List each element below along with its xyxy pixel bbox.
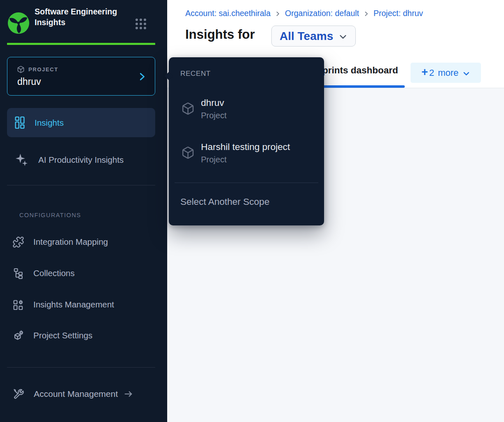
chevron-right-icon [138, 72, 147, 81]
sidebar-item-label: Integration Mapping [33, 237, 108, 247]
scope-item-type: Project [201, 111, 226, 120]
dropdown-divider [175, 183, 318, 183]
tools-icon [12, 388, 25, 400]
app-title: Software Engineering Insights [35, 7, 121, 28]
project-cube-icon [181, 102, 195, 115]
scope-item-name: Harshil testing project [201, 142, 290, 152]
app-logo-row: Software Engineering Insights [7, 6, 160, 41]
sparkles-icon [15, 153, 28, 166]
sidebar-item-label: Insights [35, 118, 64, 128]
sidebar-item-integration-mapping[interactable]: Integration Mapping [7, 230, 155, 253]
plus-icon: + [421, 66, 428, 79]
sidebar-item-label: AI Productivity Insights [38, 155, 124, 165]
sidebar-item-collections[interactable]: Collections [7, 262, 155, 285]
configurations-section-label: CONFIGURATIONS [19, 212, 81, 218]
scope-item-harshil-testing-project[interactable]: Harshil testing project Project [169, 138, 324, 174]
scope-item-dhruv[interactable]: dhruv Project [169, 94, 324, 130]
sidebar-item-label: Project Settings [33, 331, 93, 340]
sidebar-item-project-settings[interactable]: Project Settings [7, 324, 155, 347]
more-tabs-button[interactable]: + 2 more [411, 63, 481, 83]
chevron-down-icon [338, 32, 348, 41]
scope-item-type: Project [201, 155, 226, 164]
sidebar-divider [7, 367, 155, 368]
project-selector-value: dhruv [17, 76, 41, 87]
tab-sprints-dashboard[interactable]: Sprints dashboard [316, 65, 398, 76]
project-scope-selector[interactable]: PROJECT dhruv [7, 57, 155, 96]
project-settings-icon [12, 330, 24, 342]
sidebar-item-insights[interactable]: Insights [7, 108, 155, 137]
app-window: Software Engineering Insights PROJECT [0, 0, 504, 422]
chevron-down-icon [462, 70, 470, 77]
arrow-right-icon [123, 389, 135, 399]
propelo-logo-icon [7, 12, 30, 34]
sidebar-item-ai-productivity[interactable]: AI Productivity Insights [7, 145, 155, 174]
sidebar: Software Engineering Insights PROJECT [0, 0, 167, 422]
apps-grid-icon[interactable] [134, 17, 147, 30]
team-selector-value: All Teams [280, 30, 333, 43]
team-selector-button[interactable]: All Teams [271, 26, 356, 47]
project-cube-icon [17, 66, 25, 73]
collections-tree-icon [12, 267, 24, 279]
scope-item-name: dhruv [201, 98, 224, 108]
sidebar-divider [7, 185, 155, 185]
more-tabs-label: more [438, 68, 458, 78]
scope-dropdown-panel: RECENT dhruv Project Harshil testing pro… [169, 57, 324, 225]
puzzle-icon [12, 236, 24, 248]
breadcrumb: Account: sai.cheethirala Organization: d… [185, 9, 423, 18]
active-tab-underline [315, 85, 405, 88]
chevron-right-icon [364, 11, 369, 16]
project-cube-icon [181, 146, 195, 159]
breadcrumb-organization-link[interactable]: Organization: default [285, 9, 359, 18]
sidebar-item-label: Insights Management [33, 300, 114, 309]
recent-section-label: RECENT [180, 70, 211, 78]
sidebar-item-insights-management[interactable]: Insights Management [7, 293, 155, 316]
brand-accent-bar [7, 43, 155, 45]
breadcrumb-account-link[interactable]: Account: sai.cheethirala [185, 9, 271, 18]
project-selector-label: PROJECT [28, 66, 58, 73]
page-title: Insights for [185, 27, 255, 42]
breadcrumb-project-link[interactable]: Project: dhruv [373, 9, 423, 18]
sidebar-item-label: Collections [33, 268, 75, 278]
sidebar-item-account-management[interactable]: Account Management [7, 382, 159, 406]
insights-management-icon [12, 299, 24, 311]
more-tabs-count: 2 [429, 68, 434, 78]
insights-dashboard-icon [15, 116, 25, 129]
select-another-scope-action[interactable]: Select Another Scope [180, 197, 269, 207]
sidebar-item-label: Account Management [34, 389, 118, 399]
chevron-right-icon [275, 11, 280, 16]
